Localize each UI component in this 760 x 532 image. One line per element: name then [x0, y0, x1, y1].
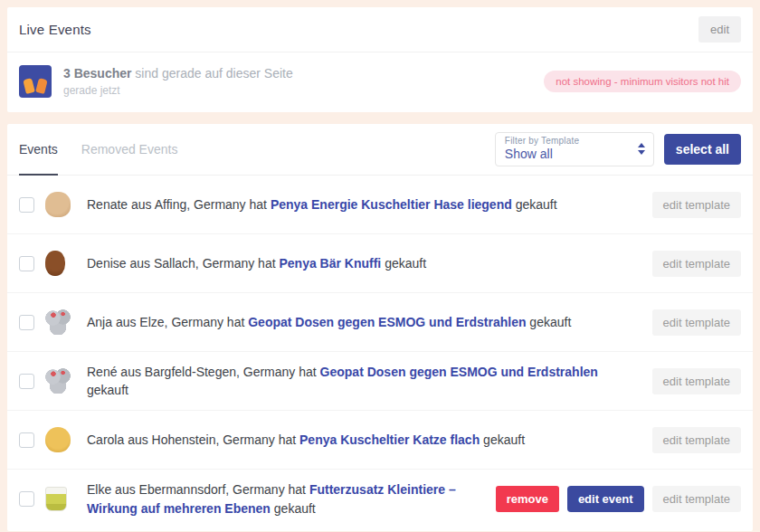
- event-product-name: Penya Bär Knuffi: [279, 256, 381, 271]
- event-text-prefix: Denise aus Sallach, Germany hat: [87, 256, 279, 271]
- event-product-name: Geopat Dosen gegen ESMOG und Erdstrahlen: [248, 315, 526, 329]
- event-checkbox[interactable]: [19, 374, 34, 389]
- event-text-suffix: gekauft: [480, 432, 525, 447]
- event-row-actions: edit template: [652, 192, 741, 218]
- event-row: Renate aus Affing, Germany hat Penya Ene…: [7, 176, 753, 234]
- page-title: Live Events: [19, 22, 91, 37]
- chevron-up-down-icon: [638, 143, 645, 155]
- event-product-name: Penya Energie Kuscheltier Hase liegend: [271, 197, 512, 212]
- event-row: Elke aus Ebermannsdorf, Germany hat Futt…: [7, 470, 753, 528]
- cans-product-image: [45, 368, 71, 394]
- event-text-suffix: gekauft: [512, 197, 557, 212]
- edit-template-button[interactable]: edit template: [652, 309, 741, 336]
- event-checkbox[interactable]: [19, 256, 34, 271]
- event-product-name: Penya Kuscheltier Katze flach: [299, 432, 480, 447]
- event-text-suffix: gekauft: [271, 501, 316, 516]
- event-text-prefix: Carola aus Hohenstein, Germany hat: [87, 432, 299, 447]
- event-checkbox[interactable]: [19, 197, 34, 213]
- live-visitor-row: 3 Besucher sind gerade auf dieser Seite …: [7, 52, 753, 112]
- visitor-message: 3 Besucher sind gerade auf dieser Seite: [63, 65, 293, 82]
- filter-select-text: Filter by Template Show all: [505, 136, 579, 161]
- filter-select-value: Show all: [505, 147, 579, 161]
- event-text: Carola aus Hohenstein, Germany hat Penya…: [87, 431, 652, 449]
- event-row-actions: edit template: [652, 427, 741, 453]
- edit-template-button[interactable]: edit template: [652, 192, 741, 218]
- cans-product-image: [45, 309, 71, 335]
- filter-select-label: Filter by Template: [505, 136, 579, 146]
- event-row-actions: edit template: [652, 251, 741, 277]
- plush-bear-product-image: [45, 251, 65, 276]
- event-text: Renate aus Affing, Germany hat Penya Ene…: [87, 195, 652, 214]
- event-checkbox[interactable]: [19, 432, 34, 448]
- visitor-timestamp: gerade jetzt: [63, 84, 293, 97]
- filter-by-template-select[interactable]: Filter by Template Show all: [495, 132, 654, 166]
- event-row: Denise aus Sallach, Germany hat Penya Bä…: [7, 234, 753, 293]
- events-tabbar: Events Removed Events Filter by Template…: [7, 124, 753, 176]
- hand-left-shape: [23, 78, 35, 94]
- event-text: Denise aus Sallach, Germany hat Penya Bä…: [87, 254, 652, 272]
- edit-live-events-button[interactable]: edit: [698, 16, 741, 43]
- visitor-message-rest: sind gerade auf dieser Seite: [131, 66, 292, 81]
- chevron-down-icon: [638, 150, 645, 155]
- event-row: Carola aus Hohenstein, Germany hat Penya…: [7, 411, 753, 470]
- tab-events[interactable]: Events: [19, 124, 58, 176]
- events-list: Renate aus Affing, Germany hat Penya Ene…: [7, 176, 753, 528]
- event-text-prefix: Elke aus Ebermannsdorf, Germany hat: [87, 482, 309, 497]
- event-row: René aus Bargfeld-Stegen, Germany hat Ge…: [7, 352, 753, 411]
- event-checkbox[interactable]: [19, 315, 34, 330]
- event-row: Anja aus Elze, Germany hat Geopat Dosen …: [7, 293, 753, 352]
- status-badge: not showing - minimum visitors not hit: [544, 71, 741, 92]
- tab-removed-events[interactable]: Removed Events: [81, 124, 178, 176]
- event-row-actions: edit template: [652, 368, 741, 394]
- events-card: Events Removed Events Filter by Template…: [7, 124, 753, 531]
- event-text-prefix: Renate aus Affing, Germany hat: [87, 197, 271, 212]
- event-text: Anja aus Elze, Germany hat Geopat Dosen …: [87, 313, 652, 331]
- plush-bunny-product-image: [45, 192, 71, 217]
- edit-template-button[interactable]: edit template: [652, 251, 741, 277]
- select-all-button[interactable]: select all: [664, 134, 741, 165]
- plush-cat-product-image: [45, 427, 71, 452]
- edit-template-button[interactable]: edit template: [652, 427, 741, 453]
- tab-controls: Filter by Template Show all select all: [495, 132, 741, 166]
- edit-template-button[interactable]: edit template: [652, 486, 741, 512]
- event-checkbox[interactable]: [19, 491, 34, 507]
- event-row-actions: edit template: [652, 309, 741, 336]
- event-text-suffix: gekauft: [526, 315, 571, 329]
- event-text-prefix: Anja aus Elze, Germany hat: [87, 315, 248, 329]
- visitor-text-block: 3 Besucher sind gerade auf dieser Seite …: [63, 65, 293, 97]
- hand-right-shape: [35, 78, 48, 94]
- visitor-count: 3 Besucher: [63, 66, 131, 81]
- raised-hands-icon: [19, 65, 52, 98]
- event-product-name: Geopat Dosen gegen ESMOG und Erdstrahlen: [320, 365, 598, 379]
- chevron-up-icon: [638, 143, 645, 147]
- event-row-actions: remove edit event edit template: [496, 486, 741, 512]
- live-events-header: Live Events edit: [7, 7, 753, 52]
- event-text-suffix: gekauft: [87, 383, 128, 397]
- edit-event-button[interactable]: edit event: [567, 486, 644, 512]
- live-events-card: Live Events edit 3 Besucher sind gerade …: [7, 7, 753, 112]
- event-text: René aus Bargfeld-Stegen, Germany hat Ge…: [87, 363, 652, 400]
- event-text: Elke aus Ebermannsdorf, Germany hat Futt…: [87, 480, 496, 518]
- event-text-prefix: René aus Bargfeld-Stegen, Germany hat: [87, 365, 320, 379]
- remove-button[interactable]: remove: [496, 486, 559, 512]
- edit-template-button[interactable]: edit template: [652, 368, 741, 394]
- jar-product-image: [45, 487, 67, 511]
- event-text-suffix: gekauft: [381, 256, 426, 271]
